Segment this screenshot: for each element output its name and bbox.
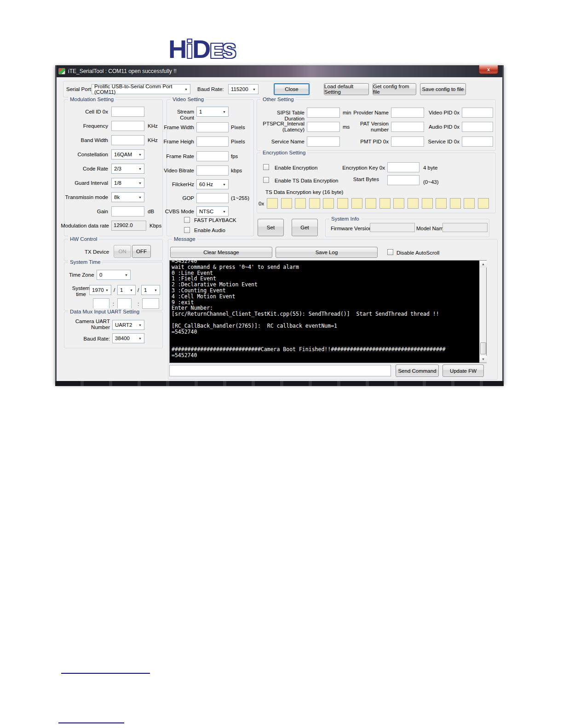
enable-encryption-checkbox[interactable] [263,164,269,170]
ts-key-byte-input[interactable] [478,198,489,209]
frequency-input[interactable] [111,121,144,131]
guard-interval-select[interactable]: 1/8 ▼ [111,178,144,188]
ts-key-byte-input[interactable] [450,198,461,209]
chevron-down-icon: ▼ [138,324,143,327]
ts-key-byte-input[interactable] [295,198,306,209]
chevron-down-icon: ▼ [253,88,257,91]
service-name-input[interactable] [307,136,340,147]
ts-key-byte-input[interactable] [393,198,404,209]
enable-audio-checkbox[interactable] [184,227,190,233]
start-bytes-input[interactable] [387,175,419,185]
pmt-pid-label: PMT PID 0x [348,139,389,145]
provider-name-input[interactable] [391,108,424,118]
ts-key-byte-input[interactable] [464,198,475,209]
clear-message-button[interactable]: Clear Message [170,247,272,258]
camera-uart-select[interactable]: UART2 ▼ [112,320,144,330]
gop-input[interactable] [196,193,229,203]
minute-input[interactable] [117,298,132,309]
audio-pid-input[interactable] [462,122,493,132]
pmt-pid-input[interactable] [391,136,424,147]
constellation-select[interactable]: 16QAM ▼ [111,149,144,159]
load-default-button[interactable]: Load default Setting [324,83,369,95]
transmission-mode-select[interactable]: 8k ▼ [111,192,144,202]
month-select[interactable]: 1 ▼ [117,285,136,295]
frame-rate-input[interactable] [196,151,229,161]
scroll-down-icon[interactable]: ▼ [480,356,487,363]
flicker-select[interactable]: 60 Hz ▼ [196,179,229,189]
tx-on-button[interactable]: ON [114,245,131,258]
stream-count-select[interactable]: 1 ▼ [196,107,229,117]
tx-device-label: TX Device [85,249,109,255]
gop-label: GOP [162,195,194,201]
chevron-down-icon: ▼ [223,110,227,114]
band-width-input[interactable] [111,135,144,145]
chevron-down-icon: ▼ [223,183,227,186]
time-zone-label: Time Zone [69,272,94,278]
modulation-title: Modulation Setting [68,96,115,102]
pat-version-input[interactable] [391,122,424,132]
fast-playback-label: FAST PLAYBACK [194,217,236,223]
ts-key-byte-input[interactable] [408,198,419,209]
baud-rate-label: Baud Rate: [197,86,224,92]
enable-ts-checkbox[interactable] [263,177,269,183]
year-select[interactable]: 1970 ▼ [89,285,111,295]
chevron-down-icon: ▼ [138,167,143,171]
encryption-key-unit: 4 byte [423,165,437,171]
ts-key-byte-input[interactable] [379,198,391,209]
scrollbar-thumb[interactable] [480,342,486,354]
save-log-button[interactable]: Save Log [276,247,378,258]
frequency-unit: KHz [148,123,158,129]
sipsi-input[interactable] [307,108,340,118]
set-button[interactable]: Set [258,219,284,236]
disable-autoscroll-checkbox[interactable] [387,249,393,255]
encryption-key-input[interactable] [387,162,419,172]
save-config-button[interactable]: Save config to file [420,83,466,95]
cvbs-select[interactable]: NTSC ▼ [196,206,229,216]
close-port-button[interactable]: Close [274,83,310,95]
fast-playback-checkbox[interactable] [184,217,190,223]
update-fw-button[interactable]: Update FW [442,364,484,377]
ts-key-byte-input[interactable] [309,198,320,209]
code-rate-select[interactable]: 2/3 ▼ [111,164,144,174]
frame-rate-label: Frame Rate [162,154,194,159]
ptspcr-input[interactable] [307,122,340,132]
baud-rate-select[interactable]: 115200 ▼ [228,84,259,94]
chevron-down-icon: ▼ [125,273,129,277]
ts-key-byte-input[interactable] [422,198,433,209]
terminal-scrollbar[interactable]: ▲ ▼ [479,261,486,363]
send-command-button[interactable]: Send Command [396,364,439,377]
frame-width-input[interactable] [196,122,229,132]
gain-input[interactable] [111,206,144,216]
ts-key-byte-input[interactable] [267,198,278,209]
second-input[interactable] [142,298,159,309]
close-icon[interactable]: x [479,65,498,74]
video-bitrate-input[interactable] [196,165,229,176]
mux-baud-rate-select[interactable]: 38400 ▼ [112,333,144,343]
frame-height-input[interactable] [196,136,229,147]
tx-off-button[interactable]: OFF [132,245,151,258]
model-label: Model Name [416,226,446,232]
ts-key-byte-input[interactable] [436,198,447,209]
ts-key-byte-input[interactable] [351,198,362,209]
serial-port-select[interactable]: Prolific USB-to-Serial Comm Port (COM11)… [92,84,190,94]
enable-audio-label: Enable Audio [194,228,225,233]
chevron-down-icon: ▼ [154,289,158,292]
service-id-input[interactable] [462,136,493,147]
ts-key-byte-input[interactable] [337,198,348,209]
cell-id-input[interactable] [111,107,144,117]
terminal-log[interactable]: =5452740 wait command & press '0~4' to s… [169,260,487,363]
get-button[interactable]: Get [292,219,318,236]
get-config-button[interactable]: Get config from file [373,83,416,95]
day-select[interactable]: 1 ▼ [141,285,160,295]
ts-key-byte-input[interactable] [365,198,376,209]
ts-key-byte-input[interactable] [323,198,334,209]
hour-input[interactable] [93,298,109,309]
time-zone-select[interactable]: 0 ▼ [97,270,131,280]
command-input[interactable] [169,365,391,376]
title-bar[interactable]: iTE_SerialTool : COM11 open successfully… [57,65,502,77]
scroll-up-icon[interactable]: ▲ [480,261,487,267]
video-pid-input[interactable] [462,108,493,118]
ts-key-byte-input[interactable] [281,198,292,209]
start-bytes-unit: (0~43) [423,179,439,185]
logo-letter: H [168,34,186,63]
